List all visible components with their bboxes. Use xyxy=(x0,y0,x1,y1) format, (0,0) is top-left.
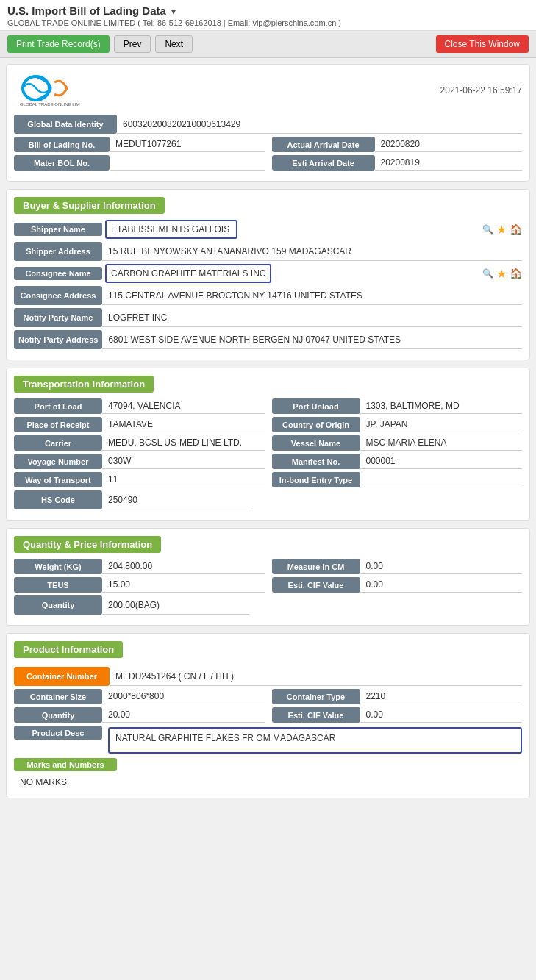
notify-party-address-value: 6801 WEST SIDE AVENUE NORTH BERGEN NJ 07… xyxy=(102,330,522,349)
mater-bol-value xyxy=(110,155,265,171)
container-size-value: 2000*806*800 xyxy=(102,689,265,704)
country-of-origin-value: JP, JAPAN xyxy=(360,417,523,432)
svg-text:GLOBAL TRADE ONLINE LIMITED: GLOBAL TRADE ONLINE LIMITED xyxy=(20,102,80,107)
buyer-supplier-title: Buyer & Supplier Information xyxy=(14,197,165,214)
measure-in-cm-label: Measure in CM xyxy=(272,559,360,574)
esti-cif-value: 0.00 xyxy=(360,577,523,593)
teus-label: TEUS xyxy=(14,577,102,593)
hs-code-row: HS Code 250490 xyxy=(14,490,522,509)
logo-area: GLOBAL TRADE ONLINE LIMITED xyxy=(14,72,80,109)
quantity-value: 200.00(BAG) xyxy=(102,595,249,615)
voyage-number-label: Voyage Number xyxy=(14,454,102,469)
esti-arrival-value: 20200819 xyxy=(375,155,523,171)
bill-of-lading-value: MEDUT1077261 xyxy=(110,137,265,152)
esti-arrival-label: Esti Arrival Date xyxy=(272,155,375,171)
consignee-address-label: Consignee Address xyxy=(14,286,102,305)
way-of-transport-value: 11 xyxy=(102,472,265,487)
dropdown-arrow-icon[interactable]: ▾ xyxy=(171,7,176,17)
consignee-address-value: 115 CENTRAL AVENUE BROCTON NY 14716 UNIT… xyxy=(102,286,522,305)
product-esti-cif-value: 0.00 xyxy=(360,707,523,723)
product-quantity-value: 20.00 xyxy=(102,707,265,723)
logo-icon: GLOBAL TRADE ONLINE LIMITED xyxy=(14,72,80,109)
bol-arrival-row: Bill of Lading No. MEDUT1077261 Actual A… xyxy=(14,137,522,152)
hs-code-value: 250490 xyxy=(102,490,249,509)
consignee-name-value: CARBON GRAPHITE MATERIALS INC xyxy=(105,264,271,283)
quantity-price-title: Quantity & Price Information xyxy=(14,536,161,553)
carrier-value: MEDU, BCSL US-MED LINE LTD. xyxy=(102,435,265,451)
port-of-load-value: 47094, VALENCIA xyxy=(102,398,265,414)
container-number-label: Container Number xyxy=(14,667,110,686)
actual-arrival-label: Actual Arrival Date xyxy=(272,137,375,152)
esti-cif-label: Esti. CIF Value xyxy=(272,577,360,593)
notify-party-address-row: Notify Party Address 6801 WEST SIDE AVEN… xyxy=(14,330,522,349)
global-data-identity-label: Global Data Identity xyxy=(14,115,117,134)
mater-esti-row: Mater BOL No. Esti Arrival Date 20200819 xyxy=(14,155,522,171)
weight-measure-row: Weight (KG) 204,800.00 Measure in CM 0.0… xyxy=(14,559,522,574)
way-of-transport-label: Way of Transport xyxy=(14,472,102,487)
shipper-star-icon[interactable]: ★ xyxy=(496,223,507,237)
shipper-search-icon[interactable]: 🔍 xyxy=(482,224,493,235)
mater-bol-label: Mater BOL No. xyxy=(14,155,110,171)
shipper-address-label: Shipper Address xyxy=(14,242,102,261)
container-number-value: MEDU2451264 ( CN / L / HH ) xyxy=(110,667,522,686)
product-quantity-label: Quantity xyxy=(14,707,102,723)
quantity-row: Quantity 200.00(BAG) xyxy=(14,595,522,615)
prev-button[interactable]: Prev xyxy=(114,35,151,53)
print-button[interactable]: Print Trade Record(s) xyxy=(7,35,110,53)
product-desc-value: NATURAL GRAPHITE FLAKES FR OM MADAGASCAR xyxy=(108,727,522,754)
teus-cif-row: TEUS 15.00 Esti. CIF Value 0.00 xyxy=(14,577,522,593)
transportation-title: Transportation Information xyxy=(14,376,154,393)
product-info-title: Product Information xyxy=(14,641,123,658)
shipper-home-icon[interactable]: 🏠 xyxy=(510,223,522,235)
consignee-name-row: Consignee Name CARBON GRAPHITE MATERIALS… xyxy=(14,264,522,283)
manifest-no-value: 000001 xyxy=(360,454,523,469)
container-number-row: Container Number MEDU2451264 ( CN / L / … xyxy=(14,667,522,686)
carrier-vessel-row: Carrier MEDU, BCSL US-MED LINE LTD. Vess… xyxy=(14,435,522,451)
port-unload-value: 1303, BALTIMORE, MD xyxy=(360,398,523,414)
notify-party-address-label: Notify Party Address xyxy=(14,330,102,349)
actual-arrival-value: 20200820 xyxy=(375,137,523,152)
hs-code-label: HS Code xyxy=(14,490,102,509)
shipper-name-row: Shipper Name ETABLISSEMENTS GALLOIS 🔍 ★ … xyxy=(14,220,522,239)
in-bond-entry-value xyxy=(360,472,523,487)
shipper-name-value: ETABLISSEMENTS GALLOIS xyxy=(105,220,237,239)
vessel-name-value: MSC MARIA ELENA xyxy=(360,435,523,451)
teus-value: 15.00 xyxy=(102,577,265,593)
consignee-search-icon[interactable]: 🔍 xyxy=(482,268,493,279)
timestamp: 2021-06-22 16:59:17 xyxy=(440,85,522,96)
quantity-label: Quantity xyxy=(14,595,102,615)
notify-party-name-value: LOGFRET INC xyxy=(102,308,522,327)
vessel-name-label: Vessel Name xyxy=(272,435,360,451)
global-data-identity-value: 600320200820210000613429 xyxy=(117,115,522,134)
marks-numbers-label: Marks and Numbers xyxy=(14,758,117,771)
consignee-star-icon[interactable]: ★ xyxy=(496,267,507,281)
shipper-name-label: Shipper Name xyxy=(14,223,102,236)
manifest-no-label: Manifest No. xyxy=(272,454,360,469)
product-quantity-cif-row: Quantity 20.00 Esti. CIF Value 0.00 xyxy=(14,707,522,723)
next-button[interactable]: Next xyxy=(155,35,193,53)
container-type-value: 2210 xyxy=(360,689,523,704)
port-unload-label: Port Unload xyxy=(272,398,360,414)
in-bond-entry-label: In-bond Entry Type xyxy=(272,472,360,487)
notify-party-name-label: Notify Party Name xyxy=(14,308,102,327)
voyage-manifest-row: Voyage Number 030W Manifest No. 000001 xyxy=(14,454,522,469)
shipper-address-row: Shipper Address 15 RUE BENYOWSKY ANTANAN… xyxy=(14,242,522,261)
marks-numbers-value: NO MARKS xyxy=(14,774,522,790)
container-size-label: Container Size xyxy=(14,689,102,704)
close-window-button[interactable]: Close This Window xyxy=(436,35,529,53)
place-of-receipt-value: TAMATAVE xyxy=(102,417,265,432)
country-of-origin-label: Country of Origin xyxy=(272,417,360,432)
container-size-type-row: Container Size 2000*806*800 Container Ty… xyxy=(14,689,522,704)
voyage-number-value: 030W xyxy=(102,454,265,469)
port-load-unload-row: Port of Load 47094, VALENCIA Port Unload… xyxy=(14,398,522,414)
notify-party-name-row: Notify Party Name LOGFRET INC xyxy=(14,308,522,327)
global-data-identity-row: Global Data Identity 6003202008202100006… xyxy=(14,115,522,134)
bill-of-lading-label: Bill of Lading No. xyxy=(14,137,110,152)
product-desc-label: Product Desc xyxy=(14,726,102,740)
weight-kg-value: 204,800.00 xyxy=(102,559,265,574)
weight-kg-label: Weight (KG) xyxy=(14,559,102,574)
place-of-receipt-label: Place of Receipt xyxy=(14,417,102,432)
consignee-address-row: Consignee Address 115 CENTRAL AVENUE BRO… xyxy=(14,286,522,305)
consignee-home-icon[interactable]: 🏠 xyxy=(510,268,522,279)
container-type-label: Container Type xyxy=(272,689,360,704)
